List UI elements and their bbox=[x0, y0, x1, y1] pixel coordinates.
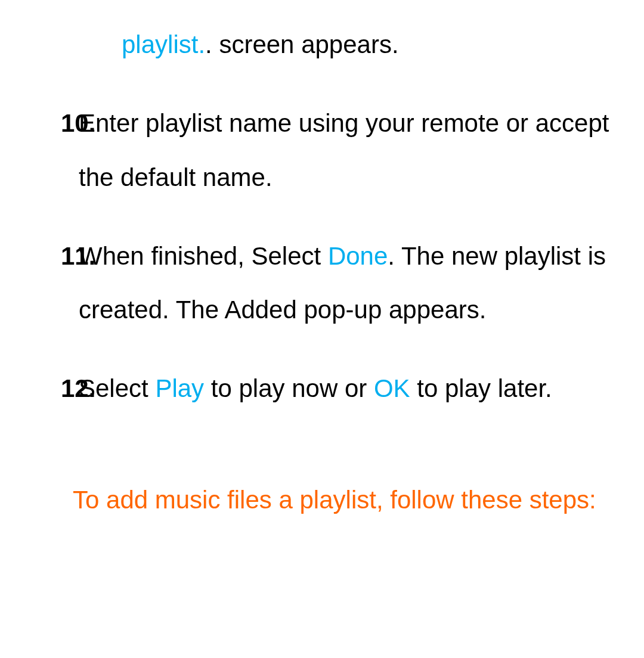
step-body: Select Play to play now or OK to play la… bbox=[67, 362, 626, 415]
highlight-ok: OK bbox=[374, 374, 410, 402]
step-text-p2: to play now or bbox=[204, 374, 374, 402]
continuation-tail: . screen appears. bbox=[205, 30, 399, 58]
document-content: playlist.. screen appears. 10. Enter pla… bbox=[0, 0, 644, 527]
step-number: 10. bbox=[18, 97, 67, 204]
step-10: 10. Enter playlist name using your remot… bbox=[18, 97, 626, 204]
step-body: Enter playlist name using your remote or… bbox=[67, 97, 626, 204]
step-11: 11. When finished, Select Done. The new … bbox=[18, 229, 626, 337]
step-number: 12. bbox=[18, 362, 67, 415]
highlight-done: Done bbox=[328, 242, 388, 270]
step-text-before: When finished, Select bbox=[79, 242, 328, 270]
highlight-play: Play bbox=[155, 374, 204, 402]
step-text-p3: to play later. bbox=[410, 374, 552, 402]
step-number: 11. bbox=[18, 229, 67, 337]
step-continuation: playlist.. screen appears. bbox=[122, 18, 626, 72]
section-heading: To add music files a playlist, follow th… bbox=[73, 473, 626, 527]
step-body: When finished, Select Done. The new play… bbox=[67, 229, 626, 337]
highlight-playlist: playlist. bbox=[122, 30, 205, 58]
step-text-p1: Select bbox=[79, 374, 155, 402]
step-12: 12. Select Play to play now or OK to pla… bbox=[18, 362, 626, 415]
